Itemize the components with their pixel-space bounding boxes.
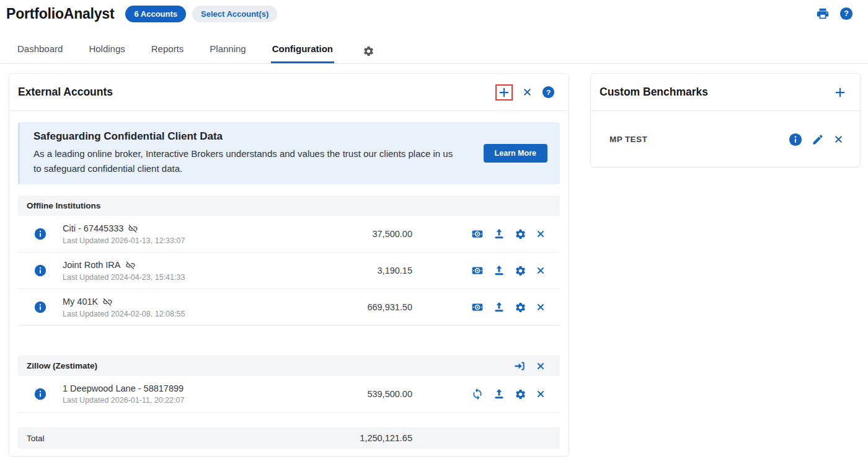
section-label: Zillow (Zestimate) — [27, 361, 513, 370]
tab-reports[interactable]: Reports — [150, 37, 185, 63]
custom-benchmarks-panel: Custom Benchmarks MP TEST — [590, 73, 861, 168]
svg-text:?: ? — [546, 88, 551, 97]
account-name: Citi - 67445333 — [63, 223, 123, 233]
account-row-my-401k: My 401K Last Updated 2024-02-08, 12:08:5… — [18, 289, 560, 326]
account-row-citi: Citi - 67445333 Last Updated 2026-01-13,… — [18, 216, 560, 253]
banner-body: As a leading online broker, Interactive … — [33, 146, 461, 176]
cash-icon[interactable] — [471, 264, 484, 277]
info-icon[interactable] — [34, 388, 46, 400]
benchmark-name: MP TEST — [609, 135, 789, 144]
upload-icon[interactable] — [493, 301, 505, 313]
accounts-count-badge[interactable]: 6 Accounts — [125, 6, 186, 22]
edit-icon[interactable] — [812, 133, 824, 146]
tab-planning[interactable]: Planning — [208, 37, 247, 63]
print-icon[interactable] — [816, 7, 830, 20]
gear-icon[interactable] — [363, 45, 374, 63]
upload-icon[interactable] — [493, 228, 505, 240]
close-icon[interactable] — [833, 134, 844, 145]
sign-in-icon[interactable] — [513, 360, 526, 372]
help-icon[interactable]: ? — [542, 86, 555, 99]
tab-dashboard[interactable]: Dashboard — [16, 37, 64, 63]
total-value: 1,250,121.65 — [360, 433, 412, 443]
tab-holdings[interactable]: Holdings — [87, 37, 126, 63]
banner-title: Safeguarding Confidential Client Data — [33, 130, 465, 143]
learn-more-button[interactable]: Learn More — [484, 144, 547, 163]
benchmark-row-mp-test: MP TEST — [591, 111, 860, 168]
portfolio-analyst-page: PortfolioAnalyst 6 Accounts Select Accou… — [0, 0, 868, 466]
unlink-icon — [125, 260, 136, 271]
account-row-deepwood-lane: 1 Deepwood Lane - 58817899 Last Updated … — [18, 376, 560, 413]
total-row: Total 1,250,121.65 — [18, 428, 560, 449]
last-updated: Last Updated 2024-02-08, 12:08:55 — [63, 310, 307, 318]
last-updated: Last Updated 2026-01-13, 12:33:07 — [63, 236, 307, 245]
gear-icon[interactable] — [515, 265, 526, 277]
upload-icon[interactable] — [493, 388, 505, 400]
section-label: Offline Institutions — [27, 201, 546, 210]
custom-benchmarks-title: Custom Benchmarks — [600, 86, 834, 99]
close-icon[interactable] — [522, 87, 533, 97]
account-name: 1 Deepwood Lane - 58817899 — [63, 383, 184, 393]
gear-icon[interactable] — [515, 388, 526, 400]
close-icon[interactable] — [536, 266, 546, 276]
info-icon[interactable] — [34, 228, 46, 240]
account-value: 669,931.50 — [307, 302, 412, 312]
account-value: 37,500.00 — [307, 229, 412, 239]
external-accounts-title: External Accounts — [18, 86, 495, 99]
info-icon[interactable] — [34, 264, 46, 277]
unlink-icon — [102, 297, 113, 307]
external-accounts-panel: External Accounts ? Safeguarding — [9, 73, 569, 457]
gear-icon[interactable] — [515, 302, 526, 313]
account-name: My 401K — [63, 297, 98, 307]
upload-icon[interactable] — [493, 264, 505, 277]
account-name: Joint Roth IRA — [63, 260, 121, 270]
main-nav: Dashboard Holdings Reports Planning Conf… — [0, 37, 868, 64]
svg-text:?: ? — [844, 9, 849, 18]
info-icon[interactable] — [789, 133, 802, 146]
unlink-icon — [128, 223, 138, 234]
gear-icon[interactable] — [515, 228, 526, 240]
last-updated: Last Updated 2024-04-23, 15:41:33 — [63, 273, 307, 282]
total-label: Total — [27, 434, 45, 443]
account-row-joint-roth-ira: Joint Roth IRA Last Updated 2024-04-23, … — [18, 253, 560, 289]
tab-configuration[interactable]: Configuration — [271, 37, 334, 63]
app-title: PortfolioAnalyst — [6, 6, 114, 22]
cash-icon[interactable] — [471, 301, 484, 313]
help-icon[interactable]: ? — [839, 7, 853, 20]
select-accounts-button[interactable]: Select Account(s) — [192, 6, 277, 22]
section-offline-institutions: Offline Institutions — [18, 195, 560, 216]
section-zillow: Zillow (Zestimate) — [18, 356, 560, 376]
close-icon[interactable] — [536, 361, 546, 371]
info-icon[interactable] — [34, 301, 46, 313]
confidential-data-banner: Safeguarding Confidential Client Data As… — [18, 122, 560, 184]
close-icon[interactable] — [536, 229, 546, 239]
account-value: 539,500.00 — [307, 389, 412, 399]
close-icon[interactable] — [536, 302, 546, 312]
cash-icon[interactable] — [471, 228, 484, 240]
close-icon[interactable] — [536, 389, 546, 399]
refresh-icon[interactable] — [471, 388, 484, 400]
add-benchmark-icon[interactable] — [834, 86, 846, 99]
last-updated: Last Updated 2026-01-11, 20:22:07 — [63, 396, 307, 405]
add-external-account-icon[interactable] — [498, 86, 510, 99]
top-header: PortfolioAnalyst 6 Accounts Select Accou… — [0, 0, 868, 24]
red-highlight-box — [495, 84, 513, 101]
account-value: 3,190.15 — [307, 266, 412, 276]
